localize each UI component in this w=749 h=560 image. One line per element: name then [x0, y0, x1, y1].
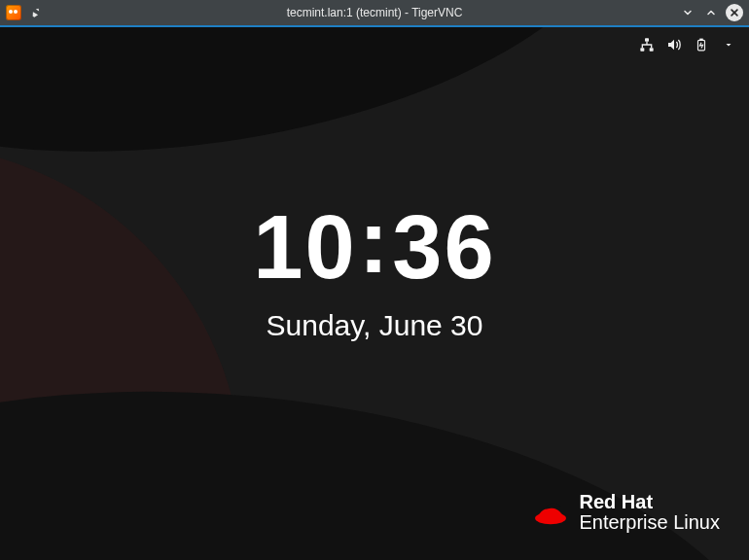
svg-rect-4	[650, 48, 654, 51]
svg-rect-6	[699, 39, 703, 41]
volume-icon[interactable]	[665, 36, 683, 53]
clock-hour: 10	[253, 202, 356, 292]
brand-line-2: Enterprise Linux	[579, 512, 720, 533]
brand-text: Red Hat Enterprise Linux	[579, 492, 720, 533]
brand-line-1: Red Hat	[579, 492, 720, 512]
battery-charging-icon[interactable]	[693, 36, 710, 53]
maximize-button[interactable]	[702, 4, 720, 21]
clock-time: 10:36	[253, 202, 495, 292]
remote-desktop[interactable]: 10:36 Sunday, June 30 Red Hat Enterprise…	[0, 25, 749, 560]
titlebar-left	[0, 4, 45, 21]
network-wired-icon[interactable]	[638, 36, 656, 53]
system-menu-chevron-icon[interactable]	[720, 36, 737, 53]
clock-minute: 36	[392, 202, 495, 292]
clock-date: Sunday, June 30	[267, 309, 483, 342]
clock-colon: :	[357, 196, 393, 286]
close-button[interactable]	[726, 4, 743, 21]
minimize-button[interactable]	[679, 4, 696, 21]
tigervnc-app-icon	[6, 5, 21, 20]
vnc-window: tecmint.lan:1 (tecmint) - TigerVNC	[0, 0, 749, 560]
titlebar-right	[679, 4, 749, 21]
branding: Red Hat Enterprise Linux	[532, 492, 720, 533]
lock-screen[interactable]: 10:36 Sunday, June 30	[0, 25, 749, 539]
window-title: tecmint.lan:1 (tecmint) - TigerVNC	[0, 6, 749, 19]
svg-rect-2	[645, 38, 649, 41]
window-titlebar[interactable]: tecmint.lan:1 (tecmint) - TigerVNC	[0, 0, 749, 25]
redhat-fedora-icon	[532, 496, 569, 529]
pin-icon[interactable]	[27, 4, 45, 21]
svg-rect-3	[640, 48, 644, 51]
system-tray[interactable]	[632, 31, 743, 58]
